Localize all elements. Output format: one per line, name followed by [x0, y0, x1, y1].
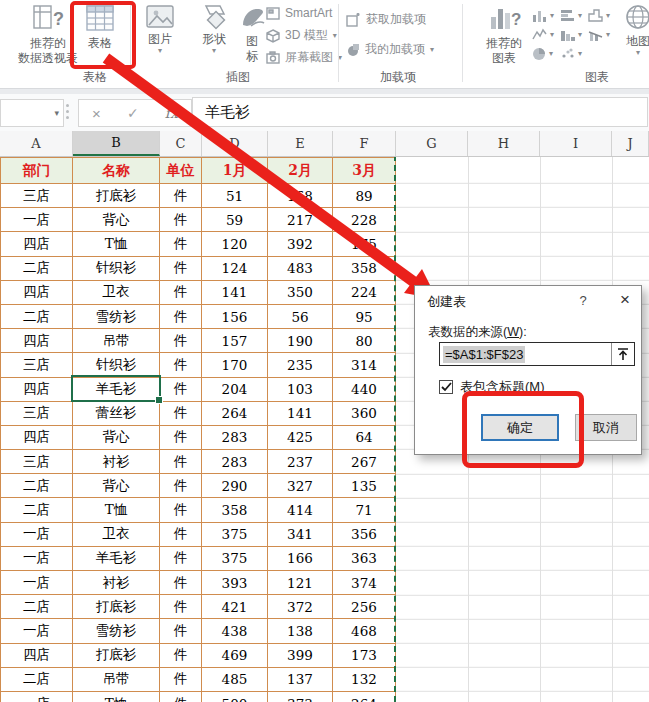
- table-cell[interactable]: 360: [333, 402, 396, 426]
- table-cell[interactable]: 103: [268, 378, 333, 402]
- table-cell[interactable]: 背心: [73, 208, 160, 232]
- table-cell[interactable]: 190: [268, 329, 333, 353]
- table-cell[interactable]: 392: [268, 232, 333, 256]
- table-cell[interactable]: 卫衣: [73, 281, 160, 305]
- table-cell[interactable]: 背心: [73, 426, 160, 450]
- table-cell[interactable]: 件: [160, 692, 202, 702]
- column-header-F[interactable]: F: [333, 131, 396, 156]
- table-cell[interactable]: 二店: [1, 305, 73, 329]
- table-cell[interactable]: 350: [268, 281, 333, 305]
- table-cell[interactable]: 件: [160, 281, 202, 305]
- table-cell[interactable]: 二店: [1, 474, 73, 498]
- table-cell[interactable]: 雪纺衫: [73, 305, 160, 329]
- name-box[interactable]: ▾: [0, 99, 64, 127]
- table-header-cell[interactable]: 3月: [333, 158, 396, 184]
- table-cell[interactable]: 四店: [1, 426, 73, 450]
- table-cell[interactable]: 衬衫: [73, 571, 160, 595]
- hierarchy-chart-button[interactable]: ▾: [588, 6, 616, 25]
- insert-shapes-button[interactable]: 形状 ▾: [190, 3, 238, 54]
- recommended-charts-button[interactable]: ? 推荐的 图表: [478, 3, 530, 65]
- table-cell[interactable]: 138: [268, 619, 333, 643]
- table-cell[interactable]: 71: [333, 498, 396, 522]
- table-cell[interactable]: 一店: [1, 619, 73, 643]
- table-cell[interactable]: 四店: [1, 232, 73, 256]
- table-cell[interactable]: 一店: [1, 547, 73, 571]
- table-cell[interactable]: 二店: [1, 257, 73, 281]
- table-cell[interactable]: 背心: [73, 474, 160, 498]
- table-cell[interactable]: 283: [202, 450, 268, 474]
- table-cell[interactable]: 三店: [1, 402, 73, 426]
- table-cell[interactable]: 327: [268, 474, 333, 498]
- table-cell[interactable]: 237: [268, 450, 333, 474]
- table-cell[interactable]: 件: [160, 619, 202, 643]
- table-cell[interactable]: 80: [333, 329, 396, 353]
- get-addins-button[interactable]: 获取加载项: [346, 11, 426, 28]
- table-header-cell[interactable]: 部门: [1, 158, 73, 184]
- table-cell[interactable]: 217: [268, 208, 333, 232]
- table-cell[interactable]: 四店: [1, 378, 73, 402]
- table-cell[interactable]: 件: [160, 523, 202, 547]
- table-cell[interactable]: 89: [333, 184, 396, 208]
- table-cell[interactable]: 三店: [1, 450, 73, 474]
- table-cell[interactable]: 件: [160, 426, 202, 450]
- table-cell[interactable]: T恤: [73, 498, 160, 522]
- table-cell[interactable]: 51: [202, 184, 268, 208]
- table-cell[interactable]: 针织衫: [73, 353, 160, 377]
- cancel-entry-button[interactable]: ×: [92, 105, 101, 122]
- table-cell[interactable]: 一店: [1, 208, 73, 232]
- table-cell[interactable]: 132: [333, 668, 396, 692]
- table-cell[interactable]: 件: [160, 571, 202, 595]
- table-cell[interactable]: 件: [160, 547, 202, 571]
- table-cell[interactable]: 469: [202, 644, 268, 668]
- table-cell[interactable]: 283: [202, 426, 268, 450]
- table-cell[interactable]: 141: [268, 402, 333, 426]
- formula-input[interactable]: 羊毛衫: [192, 97, 648, 127]
- table-cell[interactable]: 157: [202, 329, 268, 353]
- table-cell[interactable]: 264: [202, 402, 268, 426]
- table-cell[interactable]: 件: [160, 474, 202, 498]
- table-cell[interactable]: 267: [333, 450, 396, 474]
- table-cell[interactable]: 56: [268, 305, 333, 329]
- table-header-cell[interactable]: 2月: [268, 158, 333, 184]
- table-cell[interactable]: 59: [202, 208, 268, 232]
- table-cell[interactable]: 485: [202, 668, 268, 692]
- table-cell[interactable]: 373: [268, 692, 333, 702]
- fill-handle[interactable]: [155, 396, 163, 404]
- table-cell[interactable]: 打底衫: [73, 184, 160, 208]
- column-header-B[interactable]: B: [73, 131, 160, 156]
- column-chart-button[interactable]: ▾: [532, 6, 560, 25]
- table-cell[interactable]: 120: [202, 232, 268, 256]
- table-cell[interactable]: T恤: [73, 692, 160, 702]
- table-cell[interactable]: 224: [333, 281, 396, 305]
- table-cell[interactable]: 399: [268, 644, 333, 668]
- table-cell[interactable]: 372: [268, 595, 333, 619]
- collapse-dialog-button[interactable]: [611, 343, 634, 365]
- table-cell[interactable]: 290: [202, 474, 268, 498]
- bar-chart-button[interactable]: ▾: [560, 6, 588, 25]
- table-cell[interactable]: 468: [333, 619, 396, 643]
- table-cell[interactable]: 374: [333, 571, 396, 595]
- table-cell[interactable]: 件: [160, 498, 202, 522]
- table-cell[interactable]: 件: [160, 305, 202, 329]
- table-cell[interactable]: 衬衫: [73, 450, 160, 474]
- table-cell[interactable]: 425: [268, 426, 333, 450]
- table-cell[interactable]: 四店: [1, 281, 73, 305]
- table-cell[interactable]: 500: [202, 692, 268, 702]
- source-range-input[interactable]: =$A$1:$F$23: [439, 342, 635, 366]
- column-header-I[interactable]: I: [540, 131, 612, 156]
- table-cell[interactable]: 483: [268, 257, 333, 281]
- table-cell[interactable]: 件: [160, 378, 202, 402]
- table-cell[interactable]: 438: [202, 619, 268, 643]
- table-cell[interactable]: 件: [160, 595, 202, 619]
- table-cell[interactable]: 358: [202, 498, 268, 522]
- table-cell[interactable]: 件: [160, 184, 202, 208]
- table-cell[interactable]: 件: [160, 208, 202, 232]
- table-cell[interactable]: 256: [333, 595, 396, 619]
- table-cell[interactable]: 一店: [1, 692, 73, 702]
- table-cell[interactable]: 95: [333, 305, 396, 329]
- histogram-chart-button[interactable]: ▾: [560, 25, 588, 44]
- table-cell[interactable]: 雪纺衫: [73, 619, 160, 643]
- table-cell[interactable]: 228: [333, 208, 396, 232]
- table-cell[interactable]: 156: [202, 305, 268, 329]
- table-cell[interactable]: 363: [333, 547, 396, 571]
